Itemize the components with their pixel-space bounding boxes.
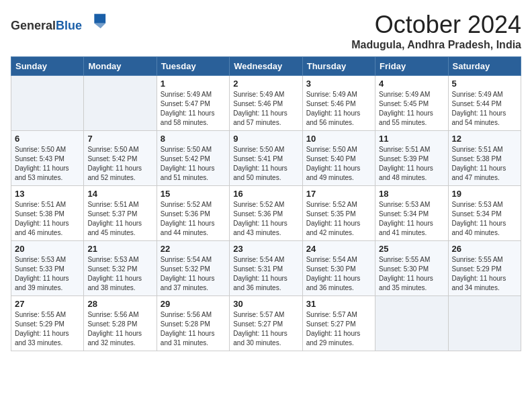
day-info: Sunrise: 5:52 AM Sunset: 5:36 PM Dayligh… [233,200,298,238]
calendar-cell: 10Sunrise: 5:50 AM Sunset: 5:40 PM Dayli… [302,131,375,186]
day-number: 1 [161,79,226,89]
day-info: Sunrise: 5:49 AM Sunset: 5:46 PM Dayligh… [306,90,371,128]
calendar-cell: 14Sunrise: 5:51 AM Sunset: 5:37 PM Dayli… [84,186,157,241]
weekday-header-tuesday: Tuesday [157,57,229,76]
calendar-cell: 24Sunrise: 5:54 AM Sunset: 5:30 PM Dayli… [302,241,375,296]
day-info: Sunrise: 5:50 AM Sunset: 5:42 PM Dayligh… [161,145,226,183]
calendar-cell: 8Sunrise: 5:50 AM Sunset: 5:42 PM Daylig… [157,131,229,186]
day-number: 21 [87,244,152,254]
day-info: Sunrise: 5:53 AM Sunset: 5:32 PM Dayligh… [87,255,152,293]
calendar-cell: 7Sunrise: 5:50 AM Sunset: 5:42 PM Daylig… [84,131,157,186]
header: GeneralBlue October 2024 Madugula, Andhr… [11,11,521,51]
month-title: October 2024 [351,11,521,39]
calendar-week-3: 13Sunrise: 5:51 AM Sunset: 5:38 PM Dayli… [11,186,521,241]
calendar-week-5: 27Sunrise: 5:55 AM Sunset: 5:29 PM Dayli… [11,296,521,351]
day-number: 19 [452,189,517,199]
calendar-cell: 15Sunrise: 5:52 AM Sunset: 5:36 PM Dayli… [157,186,229,241]
day-info: Sunrise: 5:50 AM Sunset: 5:41 PM Dayligh… [233,145,298,183]
day-info: Sunrise: 5:54 AM Sunset: 5:30 PM Dayligh… [306,255,371,293]
day-info: Sunrise: 5:57 AM Sunset: 5:27 PM Dayligh… [306,310,371,348]
svg-marker-0 [94,14,105,24]
logo-general: General [11,19,56,32]
day-info: Sunrise: 5:49 AM Sunset: 5:46 PM Dayligh… [233,90,298,128]
calendar-cell: 21Sunrise: 5:53 AM Sunset: 5:32 PM Dayli… [84,241,157,296]
calendar-cell: 25Sunrise: 5:55 AM Sunset: 5:30 PM Dayli… [375,241,448,296]
logo-content: GeneralBlue [11,11,107,33]
day-number: 4 [379,79,444,89]
calendar-cell: 28Sunrise: 5:56 AM Sunset: 5:28 PM Dayli… [84,296,157,351]
calendar-cell: 2Sunrise: 5:49 AM Sunset: 5:46 PM Daylig… [230,76,302,131]
day-number: 25 [379,244,444,254]
day-info: Sunrise: 5:50 AM Sunset: 5:43 PM Dayligh… [15,145,80,183]
calendar-cell: 3Sunrise: 5:49 AM Sunset: 5:46 PM Daylig… [302,76,375,131]
weekday-header-saturday: Saturday [448,57,521,76]
calendar-cell: 26Sunrise: 5:55 AM Sunset: 5:29 PM Dayli… [448,241,521,296]
day-info: Sunrise: 5:51 AM Sunset: 5:38 PM Dayligh… [15,200,80,238]
location-title: Madugula, Andhra Pradesh, India [351,39,521,51]
day-info: Sunrise: 5:53 AM Sunset: 5:34 PM Dayligh… [379,200,444,238]
calendar-cell: 18Sunrise: 5:53 AM Sunset: 5:34 PM Dayli… [375,186,448,241]
weekday-header-monday: Monday [84,57,157,76]
calendar-cell [11,76,84,131]
day-number: 10 [306,134,371,144]
weekday-header-wednesday: Wednesday [230,57,302,76]
calendar-cell: 23Sunrise: 5:54 AM Sunset: 5:31 PM Dayli… [230,241,302,296]
calendar-cell: 27Sunrise: 5:55 AM Sunset: 5:29 PM Dayli… [11,296,84,351]
day-info: Sunrise: 5:55 AM Sunset: 5:30 PM Dayligh… [379,255,444,293]
calendar-cell: 13Sunrise: 5:51 AM Sunset: 5:38 PM Dayli… [11,186,84,241]
calendar-cell: 11Sunrise: 5:51 AM Sunset: 5:39 PM Dayli… [375,131,448,186]
calendar-week-1: 1Sunrise: 5:49 AM Sunset: 5:47 PM Daylig… [11,76,521,131]
day-number: 20 [15,244,80,254]
day-number: 30 [233,299,298,309]
calendar-cell: 16Sunrise: 5:52 AM Sunset: 5:36 PM Dayli… [230,186,302,241]
calendar-cell: 9Sunrise: 5:50 AM Sunset: 5:41 PM Daylig… [230,131,302,186]
day-info: Sunrise: 5:52 AM Sunset: 5:35 PM Dayligh… [306,200,371,238]
day-number: 17 [306,189,371,199]
day-info: Sunrise: 5:50 AM Sunset: 5:40 PM Dayligh… [306,145,371,183]
day-info: Sunrise: 5:49 AM Sunset: 5:47 PM Dayligh… [161,90,226,128]
weekday-header-thursday: Thursday [302,57,375,76]
calendar-cell: 12Sunrise: 5:51 AM Sunset: 5:38 PM Dayli… [448,131,521,186]
day-number: 5 [452,79,517,89]
day-info: Sunrise: 5:56 AM Sunset: 5:28 PM Dayligh… [87,310,152,348]
calendar-cell [448,296,521,351]
day-info: Sunrise: 5:50 AM Sunset: 5:42 PM Dayligh… [87,145,152,183]
weekday-header-friday: Friday [375,57,448,76]
day-info: Sunrise: 5:53 AM Sunset: 5:33 PM Dayligh… [15,255,80,293]
day-info: Sunrise: 5:51 AM Sunset: 5:37 PM Dayligh… [87,200,152,238]
day-number: 3 [306,79,371,89]
calendar-cell [84,76,157,131]
day-number: 24 [306,244,371,254]
day-info: Sunrise: 5:49 AM Sunset: 5:45 PM Dayligh… [379,90,444,128]
logo: GeneralBlue [11,11,107,33]
calendar-cell: 6Sunrise: 5:50 AM Sunset: 5:43 PM Daylig… [11,131,84,186]
day-info: Sunrise: 5:51 AM Sunset: 5:38 PM Dayligh… [452,145,517,183]
day-number: 31 [306,299,371,309]
calendar-cell: 19Sunrise: 5:53 AM Sunset: 5:34 PM Dayli… [448,186,521,241]
calendar-week-2: 6Sunrise: 5:50 AM Sunset: 5:43 PM Daylig… [11,131,521,186]
day-number: 22 [161,244,226,254]
day-number: 9 [233,134,298,144]
day-number: 26 [452,244,517,254]
day-info: Sunrise: 5:49 AM Sunset: 5:44 PM Dayligh… [452,90,517,128]
day-number: 27 [15,299,80,309]
calendar-cell [375,296,448,351]
day-number: 15 [161,189,226,199]
day-info: Sunrise: 5:56 AM Sunset: 5:28 PM Dayligh… [161,310,226,348]
calendar-cell: 5Sunrise: 5:49 AM Sunset: 5:44 PM Daylig… [448,76,521,131]
day-info: Sunrise: 5:54 AM Sunset: 5:32 PM Dayligh… [161,255,226,293]
day-number: 14 [87,189,152,199]
calendar-cell: 1Sunrise: 5:49 AM Sunset: 5:47 PM Daylig… [157,76,229,131]
day-number: 6 [15,134,80,144]
calendar-cell: 4Sunrise: 5:49 AM Sunset: 5:45 PM Daylig… [375,76,448,131]
day-number: 23 [233,244,298,254]
title-area: October 2024 Madugula, Andhra Pradesh, I… [351,11,521,51]
day-number: 29 [161,299,226,309]
day-info: Sunrise: 5:57 AM Sunset: 5:27 PM Dayligh… [233,310,298,348]
day-number: 11 [379,134,444,144]
day-info: Sunrise: 5:51 AM Sunset: 5:39 PM Dayligh… [379,145,444,183]
day-number: 28 [87,299,152,309]
calendar-cell: 17Sunrise: 5:52 AM Sunset: 5:35 PM Dayli… [302,186,375,241]
svg-marker-1 [94,24,105,28]
day-info: Sunrise: 5:55 AM Sunset: 5:29 PM Dayligh… [452,255,517,293]
